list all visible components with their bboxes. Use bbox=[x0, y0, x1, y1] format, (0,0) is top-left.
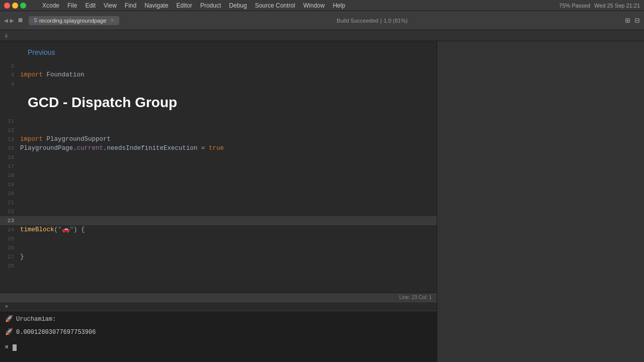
console-emoji-1: 🚀 bbox=[5, 314, 13, 324]
line-num-25: 25 bbox=[0, 234, 20, 243]
toolbar: ◀ ▶ ■ S recording.splaygroundpage ✕ Buil… bbox=[0, 11, 644, 30]
line-num-11: 11 bbox=[0, 117, 20, 126]
console-header: ▼ bbox=[0, 302, 437, 311]
line-num-20: 20 bbox=[0, 189, 20, 198]
build-separator: | bbox=[380, 18, 382, 24]
heading-block: GCD - Dispatch Group bbox=[0, 88, 437, 117]
toolbar-stop-icon[interactable]: ■ bbox=[18, 16, 23, 25]
menu-help[interactable]: Help bbox=[329, 2, 349, 9]
line-num-3: 3 bbox=[0, 70, 20, 79]
code-line-17: 17 bbox=[0, 162, 437, 171]
breadcrumb-bar: ii bbox=[0, 30, 644, 41]
line-num-23: 23 bbox=[0, 216, 20, 225]
line-num-18: 18 bbox=[0, 171, 20, 180]
minimize-button[interactable] bbox=[12, 3, 18, 9]
code-line-4: 4 bbox=[0, 79, 437, 88]
heading-text: GCD - Dispatch Group bbox=[28, 95, 177, 110]
console-line-3: ⌘ bbox=[5, 342, 432, 352]
menu-window[interactable]: Window bbox=[299, 2, 329, 9]
console-label: ▼ bbox=[4, 304, 9, 309]
window-controls bbox=[4, 3, 26, 9]
line-num-28: 28 bbox=[0, 261, 20, 270]
console-line-2: 🚀 0.00012803077697753906 bbox=[5, 327, 432, 337]
line-num-2: 2 bbox=[0, 61, 20, 70]
code-line-26: 26 bbox=[0, 243, 437, 252]
build-time: 1.0 (81%) bbox=[383, 18, 408, 24]
toolbar-left: ◀ ▶ ■ bbox=[4, 16, 25, 25]
menu-bar-right: 75% Passed Wed 25 Sep 21:21 bbox=[559, 3, 640, 9]
code-line-16: 16 bbox=[0, 153, 437, 162]
menu-editor[interactable]: Editor bbox=[173, 2, 196, 9]
menu-xcode[interactable]: Xcode bbox=[38, 2, 63, 9]
editor-scroll[interactable]: Previous 2 3 import Foundation 4 bbox=[0, 41, 437, 270]
editor-wrapper: Previous 2 3 import Foundation 4 bbox=[0, 41, 437, 362]
code-line-19: 19 bbox=[0, 180, 437, 189]
line-num-15: 15 bbox=[0, 144, 20, 153]
menu-find[interactable]: Find bbox=[121, 2, 140, 9]
code-line-13: 13 import PlaygroundSupport bbox=[0, 135, 437, 144]
line-num-26: 26 bbox=[0, 243, 20, 252]
menu-source-control[interactable]: Source Control bbox=[251, 2, 299, 9]
menu-product[interactable]: Product bbox=[196, 2, 225, 9]
battery-status: 75% Passed bbox=[559, 3, 590, 9]
menu-items: Xcode File Edit View Find Navigate Edito… bbox=[38, 2, 349, 9]
code-line-21: 21 bbox=[0, 198, 437, 207]
line-num-27: 27 bbox=[0, 252, 20, 261]
code-line-12: 12 bbox=[0, 126, 437, 135]
build-status: Build Succeeded bbox=[337, 18, 378, 24]
line-content-15: PlaygroundPage.current.needsIndefiniteEx… bbox=[20, 144, 224, 153]
menu-navigate[interactable]: Navigate bbox=[140, 2, 172, 9]
code-line-25: 25 bbox=[0, 234, 437, 243]
console-value: 0.00012803077697753906 bbox=[16, 327, 96, 337]
console-emoji-2: 🚀 bbox=[5, 327, 13, 337]
cursor-position: Line: 23 Col: 1 bbox=[399, 295, 432, 300]
code-line-3: 3 import Foundation bbox=[0, 70, 437, 79]
line-num-19: 19 bbox=[0, 180, 20, 189]
console-line-1: 🚀 Uruchamiam: bbox=[5, 314, 432, 324]
line-num-17: 17 bbox=[0, 162, 20, 171]
maximize-button[interactable] bbox=[20, 3, 26, 9]
previous-link[interactable]: Previous bbox=[0, 43, 437, 61]
editor-content: Previous 2 3 import Foundation 4 bbox=[0, 43, 437, 270]
toolbar-forward-icon[interactable]: ▶ bbox=[10, 17, 14, 25]
code-line-28: 28 bbox=[0, 261, 437, 270]
code-line-2: 2 bbox=[0, 61, 437, 70]
main-container: Previous 2 3 import Foundation 4 bbox=[0, 41, 644, 362]
close-button[interactable] bbox=[4, 3, 10, 9]
menu-edit[interactable]: Edit bbox=[81, 2, 100, 9]
line-num-4: 4 bbox=[0, 79, 20, 88]
code-line-23: 23 bbox=[0, 216, 437, 225]
line-num-24: 24 bbox=[0, 225, 20, 234]
toolbar-layout-icon[interactable]: ⊞ bbox=[625, 17, 630, 24]
tab-close-icon[interactable]: ✕ bbox=[110, 18, 114, 23]
breadcrumb: ii bbox=[5, 33, 8, 39]
code-line-27: 27 } bbox=[0, 252, 437, 261]
console-content: 🚀 Uruchamiam: 🚀 0.00012803077697753906 ⌘ bbox=[0, 311, 437, 355]
code-line-22: 22 bbox=[0, 207, 437, 216]
line-num-21: 21 bbox=[0, 198, 20, 207]
swift-icon: S bbox=[34, 18, 37, 23]
line-content-13: import PlaygroundSupport bbox=[20, 135, 111, 144]
line-content-27: } bbox=[20, 252, 24, 261]
editor-status-bar: Line: 23 Col: 1 bbox=[0, 293, 437, 302]
console-cursor bbox=[13, 344, 17, 351]
toolbar-right: ⊞ ⊟ bbox=[625, 17, 640, 24]
toolbar-back-icon[interactable]: ◀ bbox=[4, 17, 8, 25]
code-line-20: 20 bbox=[0, 189, 437, 198]
toolbar-tab[interactable]: S recording.splaygroundpage ✕ bbox=[29, 16, 119, 25]
code-line-15: 15 PlaygroundPage.current.needsIndefinit… bbox=[0, 144, 437, 153]
line-num-22: 22 bbox=[0, 207, 20, 216]
toolbar-inspector-icon[interactable]: ⊟ bbox=[634, 17, 640, 24]
console-label-1: Uruchamiam: bbox=[16, 314, 56, 324]
line-num-12: 12 bbox=[0, 126, 20, 135]
right-panel bbox=[437, 41, 644, 362]
menu-file[interactable]: File bbox=[63, 2, 81, 9]
console-cursor-icon: ⌘ bbox=[5, 342, 9, 352]
console-area: ▼ 🚀 Uruchamiam: 🚀 0.00012803077697753906 bbox=[0, 302, 437, 362]
line-num-16: 16 bbox=[0, 153, 20, 162]
datetime: Wed 25 Sep 21:21 bbox=[594, 3, 640, 9]
tab-label: recording.splaygroundpage bbox=[39, 18, 106, 24]
menu-debug[interactable]: Debug bbox=[225, 2, 251, 9]
line-content-3: import Foundation bbox=[20, 70, 85, 79]
menu-view[interactable]: View bbox=[100, 2, 121, 9]
